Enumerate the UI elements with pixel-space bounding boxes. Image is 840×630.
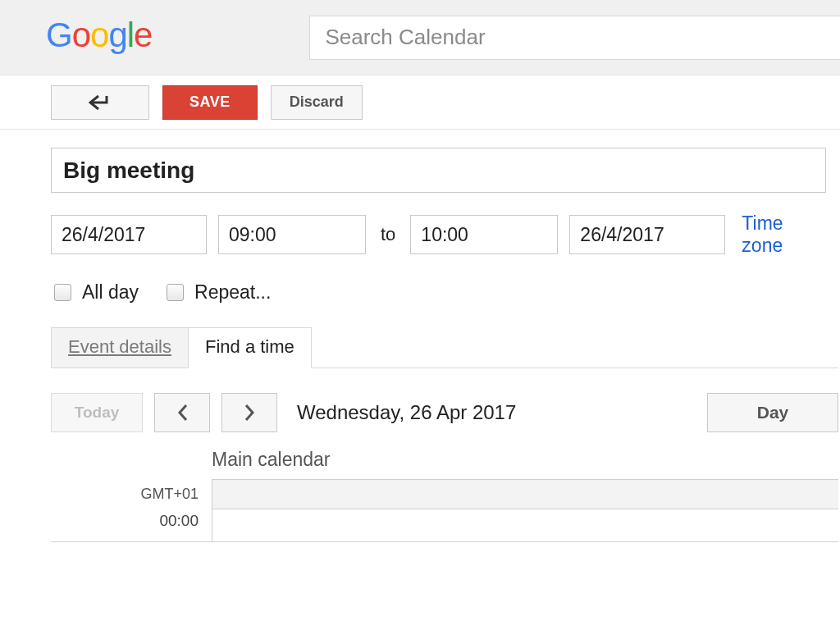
event-title-input[interactable] (51, 148, 826, 193)
end-date-input[interactable] (569, 215, 725, 254)
google-logo: Google (46, 16, 152, 60)
event-tabs: Event details Find a time (51, 326, 838, 368)
calendar-allday-slot[interactable] (212, 479, 838, 509)
time-slot-label: 00:00 (51, 509, 212, 541)
chevron-left-icon (177, 404, 188, 422)
back-button[interactable] (51, 85, 149, 120)
tab-find-a-time[interactable]: Find a time (188, 327, 312, 368)
timezone-link[interactable]: Time zone (742, 212, 827, 257)
calendar-time-slot[interactable] (212, 509, 838, 541)
discard-button[interactable]: Discard (271, 85, 363, 120)
start-date-input[interactable] (51, 215, 207, 254)
repeat-label: Repeat... (194, 281, 271, 304)
all-day-label: All day (82, 281, 139, 304)
save-button[interactable]: SAVE (162, 85, 258, 120)
today-button[interactable]: Today (51, 393, 143, 432)
repeat-checkbox-wrap[interactable]: Repeat... (163, 281, 271, 304)
chevron-right-icon (244, 404, 255, 422)
end-time-input[interactable] (410, 215, 558, 254)
repeat-checkbox[interactable] (167, 284, 184, 301)
tab-event-details[interactable]: Event details (51, 327, 189, 368)
calendar-column-label: Main calendar (212, 449, 330, 479)
timezone-gutter-label: GMT+01 (51, 479, 212, 509)
next-day-button[interactable] (221, 393, 277, 432)
search-wrap (309, 16, 840, 60)
header-bar: Google (0, 0, 840, 75)
datetime-row: to Time zone (51, 212, 827, 257)
to-label: to (377, 224, 399, 245)
scheduler-date-label: Wednesday, 26 Apr 2017 (297, 401, 696, 424)
scheduler-toolbar: Today Wednesday, 26 Apr 2017 Day (51, 393, 838, 432)
prev-day-button[interactable] (154, 393, 210, 432)
calendar-grid: Main calendar GMT+01 00:00 (51, 449, 838, 542)
event-form: to Time zone All day Repeat... Event det… (0, 130, 840, 542)
start-time-input[interactable] (218, 215, 366, 254)
options-row: All day Repeat... (51, 281, 827, 304)
all-day-checkbox[interactable] (54, 284, 71, 301)
action-bar: SAVE Discard (0, 75, 840, 130)
view-day-button[interactable]: Day (707, 393, 838, 432)
search-input[interactable] (309, 16, 840, 60)
all-day-checkbox-wrap[interactable]: All day (51, 281, 139, 304)
back-arrow-icon (89, 94, 112, 111)
